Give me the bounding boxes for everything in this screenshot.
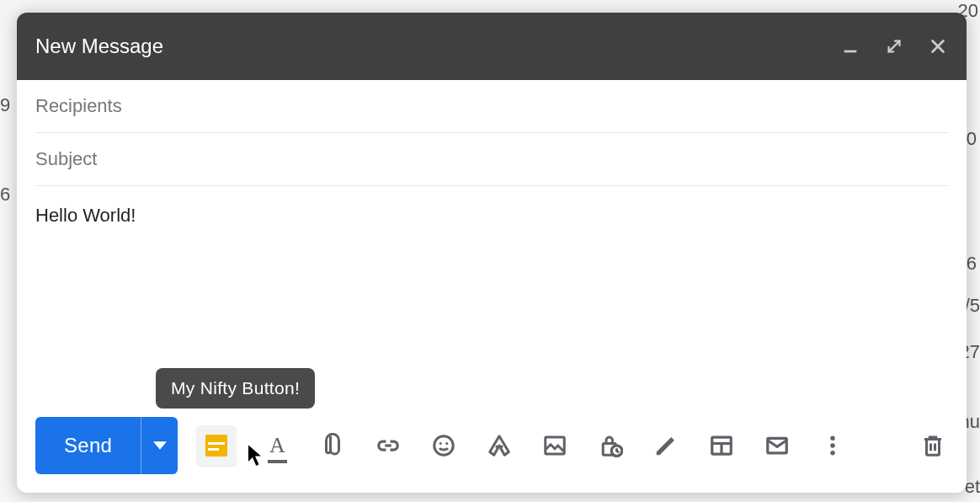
svg-point-3: [446, 442, 449, 445]
layout-button[interactable]: [706, 430, 737, 461]
subject-input[interactable]: [35, 148, 948, 170]
confidential-button[interactable]: [595, 430, 626, 461]
send-options-dropdown[interactable]: [141, 417, 178, 474]
attach-button[interactable]: [317, 430, 348, 461]
svg-rect-0: [844, 51, 857, 53]
svg-point-11: [831, 443, 836, 448]
svg-point-12: [831, 451, 836, 456]
mail-button[interactable]: [762, 430, 792, 461]
send-button-group: Send: [35, 417, 178, 474]
pen-icon: [653, 433, 679, 458]
insert-image-button[interactable]: [540, 430, 570, 461]
formatting-button[interactable]: A: [262, 430, 292, 461]
recipients-input[interactable]: [35, 95, 948, 117]
trash-icon: [920, 433, 945, 458]
discard-button[interactable]: [918, 430, 948, 461]
subject-row[interactable]: [35, 133, 948, 186]
close-button[interactable]: [928, 36, 948, 56]
compose-toolbar: Send A: [17, 407, 967, 493]
text-format-icon: A: [269, 433, 285, 458]
svg-point-10: [831, 436, 836, 441]
emoji-button[interactable]: [429, 430, 459, 461]
signature-button[interactable]: [651, 430, 681, 461]
drive-button[interactable]: [484, 430, 514, 461]
send-button[interactable]: Send: [35, 417, 141, 474]
more-options-button[interactable]: [818, 430, 848, 461]
more-vert-icon: [820, 433, 845, 458]
image-icon: [542, 433, 567, 458]
minimize-button[interactable]: [840, 36, 860, 56]
body-text: Hello World!: [35, 205, 136, 226]
toolbar-icons-left: A: [196, 425, 848, 466]
layout-icon: [709, 433, 734, 458]
paperclip-icon: [320, 433, 345, 458]
window-actions: [840, 36, 948, 56]
link-icon: [375, 433, 401, 458]
nifty-button[interactable]: [196, 425, 237, 466]
tooltip: My Nifty Button!: [156, 368, 315, 409]
fullscreen-button[interactable]: [884, 36, 904, 56]
header-fields: [17, 80, 967, 186]
drive-icon: [487, 433, 512, 458]
compose-window: New Message Hello World! My Nifty Button…: [17, 13, 967, 493]
window-title: New Message: [35, 35, 840, 58]
svg-point-1: [434, 436, 454, 456]
nifty-button-icon: [205, 435, 227, 457]
svg-point-2: [439, 442, 442, 445]
smiley-icon: [431, 433, 456, 458]
titlebar: New Message: [17, 13, 967, 80]
mail-icon: [764, 433, 790, 458]
lock-clock-icon: [598, 433, 623, 458]
link-button[interactable]: [373, 430, 403, 461]
recipients-row[interactable]: [35, 80, 948, 133]
